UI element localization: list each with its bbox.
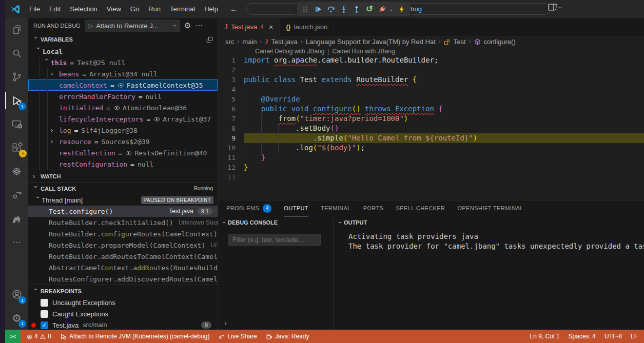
problems-status[interactable]: ⊗ 4 ⚠ 0: [27, 333, 51, 340]
camel-icon[interactable]: [5, 207, 28, 230]
extensions-icon[interactable]: ⚠: [5, 136, 28, 159]
code-editor[interactable]: Camel Debug with JBang|Camel Run with JB…: [218, 47, 644, 182]
checkbox-unchecked[interactable]: [41, 310, 48, 318]
variable-row-initialized[interactable]: initialized=AtomicBoolean@36: [28, 102, 218, 113]
watch-section-header[interactable]: › WATCH: [28, 170, 218, 182]
line-number[interactable]: 4: [218, 85, 244, 94]
line-number[interactable]: 11: [218, 153, 244, 163]
step-out-icon[interactable]: [350, 3, 363, 15]
start-debug-icon[interactable]: ▷: [89, 23, 93, 29]
stack-frame[interactable]: Test.configure() Test.java 9:1: [28, 206, 218, 217]
accounts-icon[interactable]: 1: [5, 283, 28, 306]
views-more-actions-icon[interactable]: ⋯: [195, 21, 203, 30]
breadcrumb-item[interactable]: Test.java: [271, 38, 298, 46]
tab-output[interactable]: OUTPUT: [284, 200, 308, 216]
line-number[interactable]: 9: [218, 133, 244, 143]
stack-frame[interactable]: AbstractCamelContext.addRoutes(RoutesBui…: [28, 262, 218, 273]
code-line[interactable]: 6public void configure() throws Exceptio…: [218, 104, 644, 114]
cursor-position[interactable]: Ln 9, Col 1: [530, 333, 560, 340]
variable-row-restconfiguration[interactable]: restConfiguration=null: [28, 158, 218, 170]
step-over-icon[interactable]: [325, 3, 337, 15]
variable-row-this[interactable]: ›this=Test@25 null: [28, 57, 218, 68]
line-number[interactable]: 3: [218, 75, 244, 85]
eye-icon[interactable]: [153, 116, 160, 123]
breadcrumb-item[interactable]: src: [225, 38, 234, 46]
stack-frame[interactable]: RoutesConfigurer.addDiscoveredRoutes(Cam…: [28, 273, 218, 285]
code-line[interactable]: 3public class Test extends RouteBuilder …: [218, 75, 644, 85]
line-number[interactable]: 2: [218, 65, 244, 75]
breadcrumb-item[interactable]: Test: [454, 38, 466, 46]
step-into-icon[interactable]: [338, 3, 350, 15]
restart-icon[interactable]: ↺: [363, 3, 376, 15]
remote-explorer-icon[interactable]: [5, 112, 28, 136]
continue-icon[interactable]: [312, 3, 324, 15]
checkbox-checked[interactable]: [41, 321, 48, 329]
menu-view[interactable]: View: [102, 0, 126, 18]
code-line[interactable]: 8.setBody(): [218, 124, 644, 133]
variable-row-local[interactable]: ›Local: [28, 46, 218, 57]
stack-frame[interactable]: RouteBuilder.addRoutesToCamelContext(Cam…: [28, 251, 218, 262]
drag-grip-icon[interactable]: [299, 3, 311, 15]
repl-prompt-chevron-icon[interactable]: ›: [224, 318, 227, 327]
back-arrow-icon[interactable]: ←: [230, 5, 238, 13]
code-line-current[interactable]: 9.simple("Hello Camel from ${routeId}"): [218, 133, 644, 143]
code-line[interactable]: 2: [218, 65, 644, 75]
launch-config-dropdown[interactable]: ▷ Attach to Remote J... ›: [85, 19, 180, 32]
more-views-icon[interactable]: ⋯: [5, 230, 28, 254]
menu-selection[interactable]: Selection: [65, 0, 102, 18]
call-stack-section-header[interactable]: › CALL STACK Running: [28, 182, 218, 194]
variable-row-beans[interactable]: ›beans=ArrayList@34 null: [28, 68, 218, 79]
stack-frame[interactable]: RouteBuilder.configureRoutes(CamelContex…: [28, 228, 218, 239]
settings-gear-icon[interactable]: ⚙ 1: [5, 306, 28, 330]
line-number[interactable]: 7: [218, 114, 244, 124]
output-header[interactable]: › OUTPUT: [334, 216, 644, 229]
live-share-status[interactable]: Live Share: [218, 333, 257, 340]
code-line[interactable]: 11}: [218, 153, 644, 163]
line-number[interactable]: 6: [218, 104, 244, 114]
codelens-camel-debug-link[interactable]: Camel Debug with JBang: [255, 48, 324, 55]
code-line[interactable]: 10.log("${body}");: [218, 143, 644, 153]
tab-spell-checker[interactable]: SPELL CHECKER: [396, 200, 445, 216]
hot-code-replace-icon[interactable]: [396, 3, 408, 15]
checkbox-unchecked[interactable]: [41, 299, 48, 307]
variable-row-resource[interactable]: ›resource=Sources$2@39: [28, 136, 218, 147]
debug-console-filter-input[interactable]: [228, 234, 321, 246]
tab-launchjson[interactable]: {} launch.json: [280, 18, 334, 36]
live-share-icon[interactable]: [5, 183, 28, 207]
menu-go[interactable]: Go: [126, 0, 144, 18]
tab-ports[interactable]: PORTS: [363, 200, 384, 216]
search-icon[interactable]: [5, 42, 28, 65]
java-status[interactable]: Java: Ready: [266, 333, 309, 340]
breakpoints-section-header[interactable]: › BREAKPOINTS: [28, 285, 218, 297]
menu-file[interactable]: File: [25, 0, 45, 18]
code-line[interactable]: 5@Override: [218, 94, 644, 104]
variable-row-camelcontext[interactable]: camelContext=FastCamelContext@35: [28, 79, 218, 91]
variable-row-lifecycleinterceptors[interactable]: lifecycleInterceptors=ArrayList@37: [28, 113, 218, 125]
line-number[interactable]: 12: [218, 163, 244, 172]
line-number[interactable]: 5: [218, 94, 244, 104]
menu-help[interactable]: Help: [200, 0, 223, 18]
eye-icon[interactable]: [118, 82, 124, 89]
kubernetes-icon[interactable]: ☸: [5, 159, 28, 183]
variables-section-header[interactable]: › VARIABLES: [28, 33, 218, 46]
customize-layout-icon[interactable]: [548, 4, 557, 11]
run-and-debug-icon[interactable]: 1: [5, 89, 28, 112]
thread-row[interactable]: › Thread [main] PAUSED ON BREAKPOINT: [28, 194, 218, 206]
tab-openshift-terminal[interactable]: OPENSHIFT TERMINAL: [457, 200, 523, 216]
encoding-setting[interactable]: UTF-8: [604, 333, 622, 340]
breadcrumb-item[interactable]: Language Support for Java(TM) by Red Hat: [306, 38, 436, 46]
variable-row-errorhandlerfactory[interactable]: errorHandlerFactory=null: [28, 91, 218, 102]
code-line[interactable]: 1import org.apache.camel.builder.RouteBu…: [218, 55, 644, 65]
tab-problems[interactable]: PROBLEMS 4: [226, 200, 271, 216]
eye-icon[interactable]: [113, 105, 120, 111]
menu-edit[interactable]: Edit: [45, 0, 65, 18]
eye-icon[interactable]: [125, 150, 132, 156]
debug-console-header[interactable]: › DEBUG CONSOLE: [218, 216, 333, 229]
line-number[interactable]: 1: [218, 55, 244, 65]
disconnect-icon[interactable]: [376, 3, 388, 15]
breakpoint-uncaught-exceptions[interactable]: Uncaught Exceptions: [28, 297, 218, 308]
code-line[interactable]: 4: [218, 85, 644, 94]
code-line[interactable]: 7from("timer:java?period=1000"): [218, 114, 644, 124]
tab-terminal[interactable]: TERMINAL: [321, 200, 351, 216]
menu-run[interactable]: Run: [144, 0, 165, 18]
